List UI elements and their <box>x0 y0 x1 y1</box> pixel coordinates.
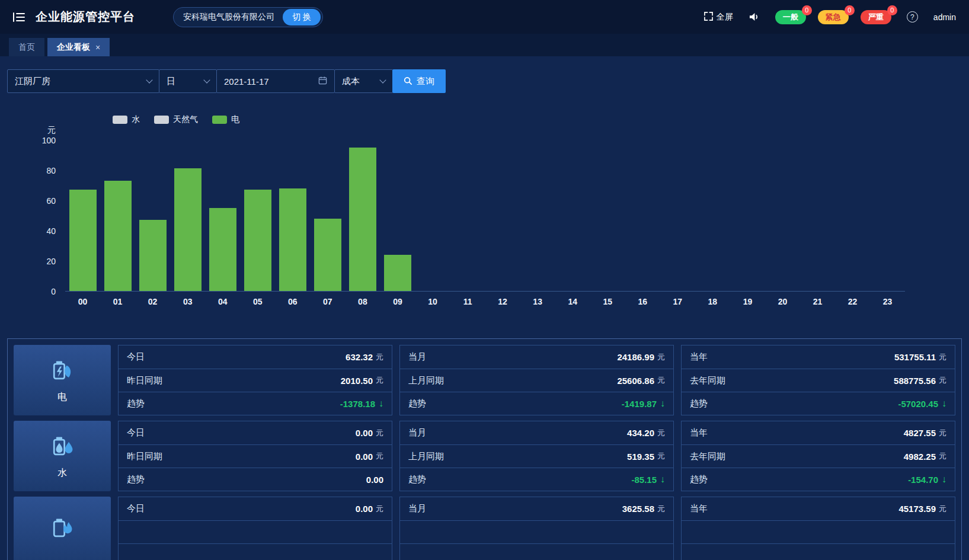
stat-value-wrap: -154.70↓ <box>908 474 946 485</box>
bar-03 <box>174 168 202 291</box>
fullscreen-icon <box>704 12 713 23</box>
filter-bar: 江阴厂房 日 2021-11-17 成本 查询 <box>7 69 969 93</box>
bar-slot <box>450 140 485 291</box>
stat-unit: 元 <box>657 428 665 439</box>
stat-value: 434.20 <box>627 428 654 438</box>
query-button[interactable]: 查询 <box>392 69 446 93</box>
x-tick-label: 02 <box>135 297 170 306</box>
stat-value: 632.32 <box>346 352 373 362</box>
stat-line: 趋势-57020.45↓ <box>682 392 955 415</box>
stat-value: 519.35 <box>627 452 654 462</box>
stat-value: 4982.25 <box>904 452 936 462</box>
stat-line: 当年531755.11元 <box>682 345 955 369</box>
stat-line: 昨日同期2010.50元 <box>119 369 392 392</box>
legend-swatch <box>113 116 127 124</box>
alarm-button-urgent[interactable]: 紧急0 <box>818 10 849 24</box>
bar-slot <box>590 140 625 291</box>
water-icon <box>49 433 75 462</box>
x-tick-label: 20 <box>765 297 800 306</box>
stat-label: 今日 <box>127 503 145 514</box>
tab-bar: 首页企业看板× <box>0 34 969 56</box>
stat-value-wrap: 588775.56元 <box>894 375 946 386</box>
search-icon <box>404 76 412 87</box>
stat-value: 24186.99 <box>617 352 654 362</box>
stat-value-wrap: -1419.87↓ <box>622 398 665 409</box>
bar-slot <box>625 140 660 291</box>
legend-item-water[interactable]: 水 <box>113 114 140 125</box>
stat-label: 今日 <box>127 427 145 439</box>
x-tick-label: 18 <box>695 297 730 306</box>
stat-group: 当月24186.99元上月同期25606.86元趋势-1419.87↓ <box>399 345 674 415</box>
y-tick-label: 100 <box>42 136 56 145</box>
x-tick-label: 19 <box>730 297 765 306</box>
metric-select[interactable]: 成本 <box>334 69 393 93</box>
stat-group: 当年4827.55元去年同期4982.25元趋势-154.70↓ <box>681 421 955 491</box>
stat-value-wrap: 519.35元 <box>627 451 665 462</box>
page-title: 企业能源管控平台 <box>36 9 135 25</box>
site-select[interactable]: 江阴厂房 <box>7 69 159 93</box>
help-icon[interactable]: ? <box>907 11 918 23</box>
chevron-down-icon <box>203 76 210 83</box>
energy-row-gas: 今日0.00元当月3625.58元当年45173.59元 <box>14 497 955 560</box>
trend-down-arrow: ↓ <box>660 398 665 409</box>
energy-row-water: 水今日0.00元昨日同期0.00元趋势0.00当月434.20元上月同期519.… <box>14 421 955 491</box>
stat-label: 当年 <box>690 351 708 363</box>
app-header: 企业能源管控平台 安科瑞电气股份有限公司 切 换 全屏 一般0紧急0严重0 ? … <box>0 0 969 34</box>
legend-item-electricity[interactable]: 电 <box>212 114 239 125</box>
x-tick-label: 17 <box>660 297 695 306</box>
period-select[interactable]: 日 <box>159 69 217 93</box>
energy-card-water: 水 <box>14 421 111 491</box>
stat-value-wrap: 4982.25元 <box>904 451 946 462</box>
x-tick-label: 05 <box>240 297 275 306</box>
date-picker-value: 2021-11-17 <box>224 76 269 87</box>
trend-down-arrow: ↓ <box>660 474 665 485</box>
x-axis: 0001020304050607080910111213141516171819… <box>65 297 905 306</box>
menu-toggle-icon[interactable] <box>13 12 25 22</box>
tab-dashboard[interactable]: 企业看板× <box>47 38 110 56</box>
stat-value: 2010.50 <box>341 376 373 386</box>
bar-01 <box>104 181 132 291</box>
bar-slot <box>555 140 590 291</box>
bar-slot <box>65 140 100 291</box>
stat-value: -1378.18 <box>340 399 375 409</box>
period-select-value: 日 <box>167 76 175 87</box>
stat-unit: 元 <box>376 451 383 462</box>
stat-value: -154.70 <box>908 475 938 485</box>
stat-unit: 元 <box>939 504 946 514</box>
alarm-button-critical[interactable]: 严重0 <box>861 10 891 24</box>
tab-close-icon[interactable]: × <box>95 43 100 52</box>
username[interactable]: admin <box>933 12 956 22</box>
stat-label: 昨日同期 <box>127 451 162 462</box>
alarm-button-general[interactable]: 一般0 <box>775 10 806 24</box>
stat-value-wrap: 0.00元 <box>356 428 383 439</box>
stat-value: 588775.56 <box>894 376 936 386</box>
calendar-icon <box>318 76 327 87</box>
speaker-icon[interactable] <box>749 12 760 22</box>
stat-value-wrap: 25606.86元 <box>617 375 665 386</box>
stat-line: 今日0.00元 <box>119 421 392 444</box>
x-tick-label: 06 <box>275 297 310 306</box>
legend-item-gas[interactable]: 天然气 <box>154 114 198 125</box>
stat-value: 531755.11 <box>894 352 936 362</box>
stat-value: -1419.87 <box>622 399 657 409</box>
alarm-label: 紧急 <box>826 12 841 21</box>
fullscreen-button[interactable]: 全屏 <box>704 12 733 23</box>
stat-label: 趋势 <box>690 398 708 409</box>
company-switch-button[interactable]: 切 换 <box>283 9 321 25</box>
tab-label: 企业看板 <box>57 42 90 53</box>
bar-slot <box>415 140 450 291</box>
y-tick-label: 20 <box>46 257 56 266</box>
legend-label: 天然气 <box>173 114 198 125</box>
stat-value: -57020.45 <box>898 399 938 409</box>
bar-slot <box>310 140 345 291</box>
stat-unit: 元 <box>657 451 665 462</box>
bar-slot <box>660 140 695 291</box>
stat-label: 昨日同期 <box>127 375 162 386</box>
date-picker[interactable]: 2021-11-17 <box>216 69 335 93</box>
stat-group: 今日632.32元昨日同期2010.50元趋势-1378.18↓ <box>118 345 392 415</box>
energy-type-label: 水 <box>57 467 67 479</box>
tab-home[interactable]: 首页 <box>9 38 44 56</box>
bar-slot <box>870 140 905 291</box>
stat-unit: 元 <box>657 375 665 386</box>
alarm-label: 一般 <box>783 12 798 21</box>
